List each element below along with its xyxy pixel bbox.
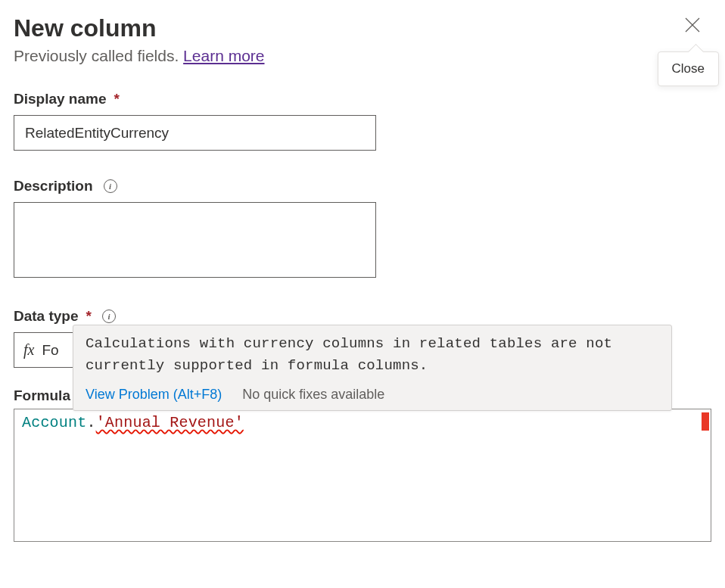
display-name-label: Display name * bbox=[14, 91, 711, 107]
info-icon[interactable]: i bbox=[104, 179, 117, 193]
no-fixes-text: No quick fixes available bbox=[242, 387, 384, 402]
formula-token-object: Account bbox=[22, 414, 86, 431]
learn-more-link[interactable]: Learn more bbox=[183, 47, 264, 64]
error-tooltip: Calculations with currency columns in re… bbox=[73, 325, 672, 411]
close-tooltip: Close bbox=[658, 51, 719, 86]
view-problem-link[interactable]: View Problem (Alt+F8) bbox=[86, 387, 222, 402]
formula-editor[interactable]: Account.'Annual Revenue' bbox=[14, 409, 711, 542]
fx-icon: fx bbox=[23, 341, 34, 359]
description-label-text: Description bbox=[14, 178, 93, 194]
formula-token-error: 'Annual Revenue' bbox=[96, 414, 244, 431]
info-icon[interactable]: i bbox=[102, 310, 116, 323]
data-type-label: Data type * i bbox=[14, 308, 711, 325]
close-button[interactable] bbox=[678, 14, 707, 39]
description-label: Description i bbox=[14, 178, 711, 194]
subtitle-text: Previously called fields. bbox=[14, 47, 183, 64]
page-subtitle: Previously called fields. Learn more bbox=[14, 47, 265, 65]
data-type-label-text: Data type bbox=[14, 308, 79, 325]
data-type-value: Fo bbox=[42, 342, 58, 359]
formula-label-text: Formula bbox=[14, 387, 70, 404]
display-name-input[interactable] bbox=[14, 115, 376, 151]
display-name-label-text: Display name bbox=[14, 91, 107, 107]
required-asterisk: * bbox=[114, 91, 120, 107]
required-asterisk: * bbox=[86, 308, 92, 325]
error-message: Calculations with currency columns in re… bbox=[73, 325, 671, 382]
page-title: New column bbox=[14, 14, 265, 42]
minimap-error-marker bbox=[702, 412, 709, 431]
description-input[interactable] bbox=[14, 202, 376, 278]
formula-token-dot: . bbox=[86, 414, 95, 431]
close-icon bbox=[684, 17, 701, 33]
